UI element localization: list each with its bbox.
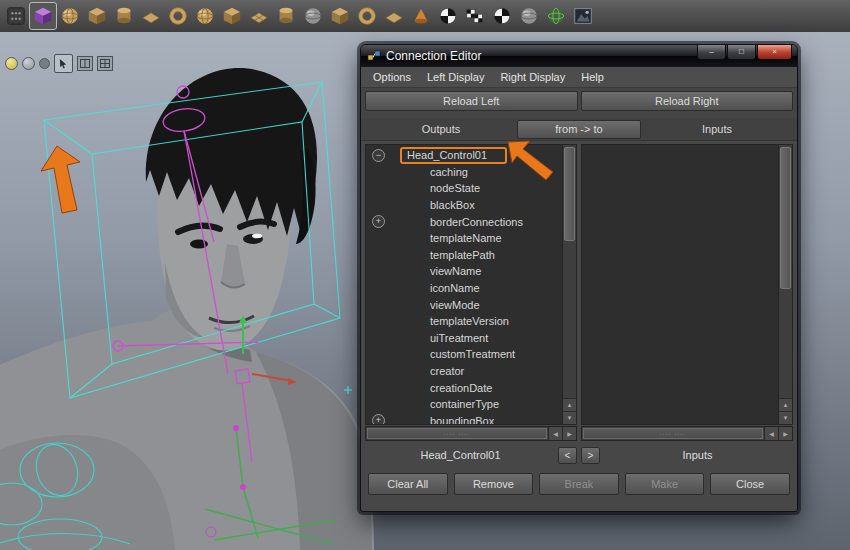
dialog-buttons: Clear All Remove Break Make Close — [361, 469, 797, 511]
scroll-up-button[interactable]: ▲ — [563, 398, 576, 411]
image-panel-icon[interactable] — [570, 3, 596, 29]
maya-application: Connection Editor – □ × Options Left Dis… — [0, 0, 850, 550]
outputs-list[interactable]: − Head_Control01 caching nodeState black… — [366, 145, 562, 424]
outputs-vertical-scrollbar[interactable]: ▲ ▼ — [562, 145, 576, 424]
nav-left-button[interactable]: < — [558, 447, 577, 464]
list-item-head-control01[interactable]: − Head_Control01 — [366, 147, 562, 164]
poly-cube-purple-icon[interactable] — [30, 3, 56, 29]
scroll-down-button[interactable]: ▼ — [563, 411, 576, 424]
remove-button[interactable]: Remove — [454, 473, 534, 495]
scrollbar-thumb[interactable] — [564, 147, 575, 241]
viewport-quick-toolbar — [5, 54, 113, 73]
shaded-sphere-icon[interactable] — [300, 3, 326, 29]
window-title: Connection Editor — [386, 49, 481, 63]
list-item[interactable]: blackBox — [366, 197, 562, 214]
panel-layout-icon[interactable] — [77, 56, 93, 71]
selected-output-label: Head_Control01 — [365, 449, 556, 461]
list-item[interactable]: viewMode — [366, 296, 562, 313]
inputs-panel: ▲ ▼ — [581, 144, 793, 425]
checker-sphere-2-icon[interactable] — [489, 3, 515, 29]
column-headers: Outputs from -> to Inputs — [361, 118, 797, 141]
list-item-border-connections[interactable]: + borderConnections — [366, 213, 562, 230]
poly-plane-icon[interactable] — [138, 3, 164, 29]
scrollbar-grip[interactable]: ∙∙∙∙ ∙∙∙∙ — [367, 428, 547, 439]
make-button[interactable]: Make — [625, 473, 705, 495]
scroll-left-button[interactable]: ◀ — [548, 427, 562, 440]
annotated-node-name[interactable]: Head_Control01 — [400, 147, 507, 164]
poly-grid-icon[interactable] — [246, 3, 272, 29]
connection-editor-window: Connection Editor – □ × Options Left Dis… — [360, 44, 798, 512]
list-item[interactable]: iconName — [366, 280, 562, 297]
poly-cube-3-icon[interactable] — [327, 3, 353, 29]
maximize-button[interactable]: □ — [727, 45, 756, 60]
close-button[interactable]: Close — [710, 473, 790, 495]
list-item[interactable]: creator — [366, 363, 562, 380]
from-to-button[interactable]: from -> to — [517, 120, 641, 139]
nav-right-button[interactable]: > — [581, 447, 600, 464]
list-item[interactable]: templateVersion — [366, 313, 562, 330]
expand-icon[interactable]: + — [372, 215, 385, 228]
list-item[interactable]: containerType — [366, 396, 562, 413]
list-item[interactable]: templateName — [366, 230, 562, 247]
scroll-left-button[interactable]: ◀ — [764, 427, 778, 440]
inputs-vertical-scrollbar[interactable]: ▲ ▼ — [778, 145, 792, 424]
scroll-up-button[interactable]: ▲ — [779, 398, 792, 411]
poly-torus-icon[interactable] — [165, 3, 191, 29]
scroll-right-button[interactable]: ▶ — [562, 427, 576, 440]
expand-icon[interactable]: + — [372, 414, 385, 424]
checker-sphere-icon[interactable] — [435, 3, 461, 29]
list-item[interactable]: uiTreatment — [366, 330, 562, 347]
menu-right-display[interactable]: Right Display — [492, 69, 573, 85]
inputs-list[interactable] — [582, 145, 778, 424]
menu-left-display[interactable]: Left Display — [419, 69, 492, 85]
list-item[interactable]: viewName — [366, 263, 562, 280]
list-item[interactable]: customTreatment — [366, 346, 562, 363]
list-item[interactable]: creationDate — [366, 379, 562, 396]
selected-input-label: Inputs — [602, 449, 793, 461]
reload-left-button[interactable]: Reload Left — [365, 91, 578, 111]
panel-grid-icon[interactable] — [97, 56, 113, 71]
list-item[interactable]: nodeState — [366, 180, 562, 197]
green-wire-sphere-icon[interactable] — [543, 3, 569, 29]
poly-cube-2-icon[interactable] — [219, 3, 245, 29]
shelf-menu-icon[interactable] — [3, 3, 29, 29]
menubar: Options Left Display Right Display Help — [361, 67, 797, 88]
inputs-horizontal-scrollbar[interactable]: ∙∙∙∙ ∙∙∙∙ ◀ ▶ — [581, 426, 793, 441]
poly-plane-2-icon[interactable] — [381, 3, 407, 29]
horizontal-scrollbars: ∙∙∙∙ ∙∙∙∙ ◀ ▶ ∙∙∙∙ ∙∙∙∙ ◀ ▶ — [361, 425, 797, 441]
list-item-bounding-box[interactable]: + boundingBox — [366, 413, 562, 425]
shelf-toolbar — [0, 0, 850, 33]
inputs-header: Inputs — [641, 123, 793, 135]
scroll-down-button[interactable]: ▼ — [779, 411, 792, 424]
outputs-panel: − Head_Control01 caching nodeState black… — [365, 144, 577, 425]
close-window-button[interactable]: × — [757, 45, 792, 60]
poly-pipe-icon[interactable] — [273, 3, 299, 29]
menu-help[interactable]: Help — [573, 69, 612, 85]
list-item[interactable]: templatePath — [366, 247, 562, 264]
directional-light-icon[interactable] — [22, 57, 35, 70]
checker-flags-icon[interactable] — [462, 3, 488, 29]
menu-options[interactable]: Options — [365, 69, 419, 85]
list-item[interactable]: caching — [366, 164, 562, 181]
poly-cone-icon[interactable] — [408, 3, 434, 29]
collapse-icon[interactable]: − — [372, 149, 385, 162]
poly-sphere-icon[interactable] — [192, 3, 218, 29]
poly-torus-2-icon[interactable] — [354, 3, 380, 29]
nurbs-sphere-icon[interactable] — [57, 3, 83, 29]
ambient-light-icon[interactable] — [39, 58, 50, 69]
select-tool-icon[interactable] — [54, 54, 73, 73]
reload-right-button[interactable]: Reload Right — [581, 91, 794, 111]
scrollbar-grip[interactable]: ∙∙∙∙ ∙∙∙∙ — [583, 428, 763, 439]
scroll-right-button[interactable]: ▶ — [778, 427, 792, 440]
gray-sphere-icon[interactable] — [516, 3, 542, 29]
scrollbar-thumb[interactable] — [780, 147, 791, 289]
titlebar[interactable]: Connection Editor – □ × — [361, 45, 797, 67]
outputs-header: Outputs — [365, 123, 517, 135]
poly-cylinder-icon[interactable] — [111, 3, 137, 29]
outputs-horizontal-scrollbar[interactable]: ∙∙∙∙ ∙∙∙∙ ◀ ▶ — [365, 426, 577, 441]
poly-cube-icon[interactable] — [84, 3, 110, 29]
clear-all-button[interactable]: Clear All — [368, 473, 448, 495]
point-light-icon[interactable] — [5, 57, 18, 70]
break-button[interactable]: Break — [539, 473, 619, 495]
minimize-button[interactable]: – — [697, 45, 726, 60]
